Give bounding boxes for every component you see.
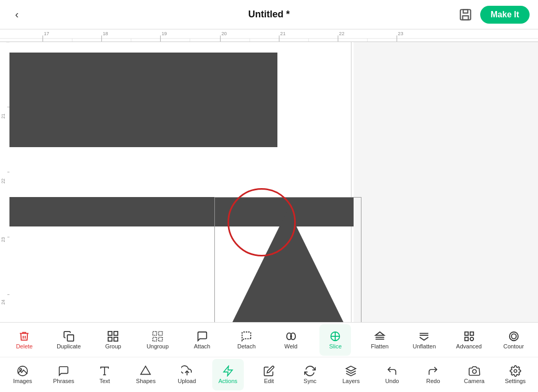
- tool-sync-label: Sync: [304, 378, 316, 384]
- tool-unflatten-label: Unflatten: [412, 343, 436, 349]
- tool-unflatten[interactable]: Unflatten: [408, 324, 440, 356]
- tool-upload[interactable]: Upload: [171, 359, 203, 390]
- tool-settings-label: Settings: [505, 378, 526, 384]
- tool-shapes[interactable]: Shapes: [130, 359, 161, 390]
- tool-attach-label: Attach: [194, 343, 210, 349]
- svg-point-67: [472, 369, 476, 373]
- svg-point-57: [509, 332, 518, 341]
- svg-rect-3: [0, 29, 538, 42]
- tool-ungroup-label: Ungroup: [147, 343, 169, 349]
- shape-rectangle-1[interactable]: [9, 53, 277, 147]
- svg-point-56: [470, 337, 473, 340]
- tool-layers[interactable]: Layers: [335, 359, 367, 390]
- tool-shapes-label: Shapes: [136, 378, 156, 384]
- tool-slice-label: Slice: [329, 343, 342, 349]
- tool-actions-label: Actions: [219, 378, 237, 384]
- tool-undo-label: Undo: [385, 378, 399, 384]
- tool-images-label: Images: [13, 378, 32, 384]
- svg-text:24: 24: [1, 300, 6, 305]
- svg-rect-41: [159, 331, 162, 335]
- save-button[interactable]: [457, 6, 474, 23]
- svg-rect-0: [460, 9, 471, 20]
- tool-edit-label: Edit: [264, 378, 274, 384]
- tool-advanced-label: Advanced: [456, 343, 482, 349]
- svg-rect-54: [470, 332, 473, 335]
- tool-redo-label: Redo: [426, 378, 440, 384]
- svg-rect-53: [464, 332, 468, 335]
- tool-phrases-label: Phrases: [53, 378, 74, 384]
- tool-edit[interactable]: Edit: [253, 359, 285, 390]
- tool-flatten-label: Flatten: [371, 343, 389, 349]
- tool-contour[interactable]: Contour: [498, 324, 530, 356]
- svg-text:23: 23: [398, 31, 403, 36]
- tool-group-label: Group: [105, 343, 121, 349]
- svg-marker-65: [224, 366, 233, 376]
- tool-phrases[interactable]: Phrases: [48, 359, 79, 390]
- svg-rect-1: [463, 9, 468, 13]
- make-it-button[interactable]: Make It: [480, 6, 530, 24]
- tool-weld[interactable]: Weld: [275, 324, 307, 356]
- tool-ungroup[interactable]: Ungroup: [142, 324, 173, 356]
- tool-camera-label: Camera: [464, 378, 484, 384]
- svg-marker-63: [141, 366, 150, 375]
- tool-contour-label: Contour: [503, 343, 524, 349]
- tool-camera[interactable]: Camera: [459, 359, 490, 390]
- svg-text:20: 20: [221, 31, 226, 36]
- document-title: Untitled *: [249, 9, 290, 20]
- svg-rect-35: [67, 335, 74, 341]
- svg-point-60: [20, 368, 22, 370]
- main-toolbar: Images Phrases Text Shapes: [0, 357, 538, 392]
- bottom-toolbars: Delete Duplicate Group: [0, 322, 538, 392]
- tool-attach[interactable]: Attach: [187, 324, 218, 356]
- svg-text:22: 22: [339, 31, 344, 36]
- shape-triangle-container[interactable]: [214, 209, 361, 322]
- tool-text[interactable]: Text: [89, 359, 120, 390]
- tool-upload-label: Upload: [178, 378, 196, 384]
- tool-group[interactable]: Group: [97, 324, 129, 356]
- tool-slice[interactable]: Slice: [319, 324, 351, 356]
- svg-rect-42: [153, 337, 157, 341]
- svg-point-68: [514, 369, 517, 373]
- ruler-left: 21 22 23 24: [0, 42, 9, 322]
- shape-triangle[interactable]: [214, 209, 361, 322]
- tool-layers-label: Layers: [343, 378, 360, 384]
- tool-weld-label: Weld: [284, 343, 297, 349]
- tool-text-label: Text: [99, 378, 110, 384]
- tool-undo[interactable]: Undo: [376, 359, 408, 390]
- tool-flatten[interactable]: Flatten: [364, 324, 396, 356]
- tool-delete-label: Delete: [16, 343, 33, 349]
- svg-rect-2: [462, 16, 468, 20]
- svg-rect-55: [464, 337, 468, 340]
- svg-rect-39: [114, 337, 118, 341]
- svg-text:18: 18: [102, 31, 108, 36]
- tool-delete[interactable]: Delete: [8, 324, 40, 356]
- svg-text:21: 21: [1, 114, 6, 119]
- tool-actions[interactable]: Actions: [212, 359, 244, 390]
- tool-settings[interactable]: Settings: [500, 359, 531, 390]
- svg-text:17: 17: [44, 31, 49, 36]
- tool-duplicate-label: Duplicate: [57, 343, 81, 349]
- back-button[interactable]: ‹: [8, 6, 25, 23]
- svg-text:21: 21: [280, 31, 285, 36]
- svg-text:19: 19: [161, 31, 167, 36]
- tool-detach[interactable]: Detach: [231, 324, 262, 356]
- header-right: Make It: [457, 6, 530, 24]
- canvas-area[interactable]: 21 22 23 24: [0, 42, 538, 322]
- tool-images[interactable]: Images: [7, 359, 38, 390]
- svg-rect-37: [114, 331, 118, 335]
- svg-rect-43: [159, 337, 162, 341]
- svg-rect-36: [108, 331, 112, 335]
- svg-text:22: 22: [1, 179, 6, 184]
- tool-sync[interactable]: Sync: [294, 359, 326, 390]
- svg-rect-38: [108, 337, 112, 341]
- header: ‹ Untitled * Make It: [0, 0, 538, 29]
- tool-duplicate[interactable]: Duplicate: [53, 324, 85, 356]
- tool-advanced[interactable]: Advanced: [453, 324, 485, 356]
- tool-detach-label: Detach: [237, 343, 256, 349]
- svg-point-58: [511, 334, 516, 338]
- drawing-area[interactable]: [9, 42, 538, 322]
- tool-redo[interactable]: Redo: [417, 359, 449, 390]
- actions-toolbar: Delete Duplicate Group: [0, 323, 538, 357]
- svg-marker-66: [346, 366, 356, 371]
- ruler-top: 17 18 19 20 21 22 23: [0, 29, 538, 42]
